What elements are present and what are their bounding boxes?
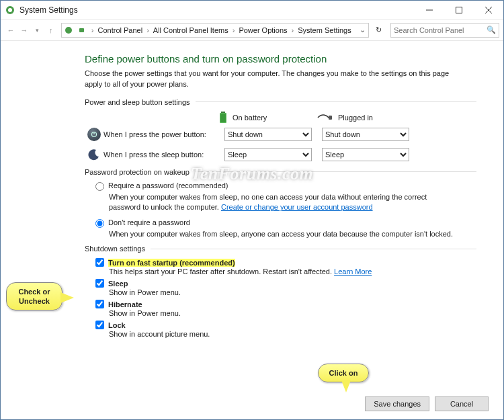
close-button[interactable] — [474, 1, 503, 19]
recent-dropdown[interactable]: ▾ — [32, 23, 44, 38]
lock-desc: Show in account picture menu. — [109, 330, 476, 338]
title-bar: System Settings — [1, 1, 503, 19]
power-button-battery-select[interactable]: Shut down — [224, 128, 312, 141]
app-icon — [5, 5, 15, 15]
hibernate-checkbox[interactable] — [95, 300, 104, 308]
svg-point-6 — [65, 27, 72, 34]
require-password-label: Require a password (recommended) — [108, 181, 228, 190]
plug-icon — [317, 114, 333, 122]
nav-bar: ← → ▾ ↑ › Control Panel › All Control Pa… — [1, 19, 503, 41]
fast-startup-checkbox[interactable] — [95, 258, 104, 267]
create-password-link[interactable]: Create or change your user account passw… — [221, 203, 373, 211]
fast-startup-desc: This helps start your PC faster after sh… — [109, 267, 476, 276]
sleep-desc: Show in Power menu. — [109, 288, 476, 296]
section-title-shutdown: Shutdown settings — [85, 245, 145, 253]
chevron-down-icon[interactable]: ⌄ — [357, 26, 368, 34]
learn-more-link[interactable]: Learn More — [334, 267, 372, 276]
dont-require-password-label: Don't require a password — [108, 218, 190, 226]
crumb-power-options[interactable]: Power Options — [237, 26, 288, 34]
svg-rect-8 — [221, 112, 225, 113]
callout-click-on: Click on — [318, 364, 369, 382]
refresh-button[interactable]: ↻ — [373, 23, 385, 38]
lock-label: Lock — [108, 321, 126, 329]
search-input[interactable] — [394, 26, 487, 34]
power-icon — [62, 26, 75, 35]
up-button[interactable]: ↑ — [45, 23, 57, 38]
chevron-right-icon: › — [89, 26, 97, 34]
crumb-system-settings[interactable]: System Settings — [296, 26, 352, 34]
svg-rect-11 — [329, 116, 332, 120]
sleep-button-plugged-select[interactable]: Sleep — [322, 148, 409, 161]
maximize-button[interactable] — [444, 1, 474, 19]
crumb-control-panel[interactable]: Control Panel — [96, 26, 144, 34]
chevron-right-icon: › — [230, 26, 238, 34]
battery-icon — [219, 112, 227, 124]
save-changes-button[interactable]: Save changes — [365, 396, 429, 411]
svg-point-1 — [8, 8, 12, 12]
sleep-button-battery-select[interactable]: Sleep — [224, 148, 312, 161]
cancel-button[interactable]: Cancel — [435, 396, 489, 411]
chevron-right-icon: › — [289, 26, 297, 34]
chevron-right-icon: › — [144, 26, 152, 34]
sleep-button-icon — [88, 149, 100, 161]
fast-startup-label: Turn on fast startup (recommended) — [108, 259, 235, 267]
dont-require-password-radio[interactable] — [95, 219, 104, 228]
svg-rect-7 — [79, 28, 84, 32]
section-title-buttons: Power and sleep button settings — [85, 98, 190, 106]
search-box[interactable]: 🔍 — [390, 23, 499, 38]
svg-rect-3 — [456, 7, 462, 13]
dont-require-password-desc: When your computer wakes from sleep, any… — [109, 229, 458, 239]
col-plugged-in: Plugged in — [338, 114, 373, 122]
require-password-desc: When your computer wakes from sleep, no … — [109, 192, 458, 213]
forward-button[interactable]: → — [18, 23, 30, 38]
hibernate-label: Hibernate — [108, 300, 142, 308]
require-password-radio[interactable] — [95, 182, 104, 191]
power-button-plugged-select[interactable]: Shut down — [322, 128, 409, 141]
breadcrumb: › Control Panel › All Control Panel Item… — [61, 23, 369, 38]
callout-check-uncheck: Check orUncheck — [6, 282, 62, 310]
page-heading: Define power buttons and turn on passwor… — [85, 53, 476, 65]
power-button-label: When I press the power button: — [103, 130, 224, 138]
search-icon[interactable]: 🔍 — [487, 26, 496, 34]
page-subtext: Choose the power settings that you want … — [85, 69, 461, 90]
sleep-checkbox[interactable] — [95, 279, 104, 288]
battery-icon — [75, 26, 89, 34]
sleep-button-label: When I press the sleep button: — [103, 151, 224, 159]
hibernate-desc: Show in Power menu. — [109, 309, 476, 317]
svg-rect-10 — [220, 114, 226, 122]
window-title: System Settings — [19, 5, 78, 15]
sleep-label: Sleep — [108, 280, 128, 288]
minimize-button[interactable] — [415, 1, 444, 19]
power-button-icon — [87, 128, 101, 141]
lock-checkbox[interactable] — [95, 321, 104, 329]
col-on-battery: On battery — [233, 114, 267, 122]
section-title-password: Password protection on wakeup — [85, 168, 190, 176]
back-button[interactable]: ← — [5, 23, 17, 38]
crumb-all-items[interactable]: All Control Panel Items — [152, 26, 230, 34]
